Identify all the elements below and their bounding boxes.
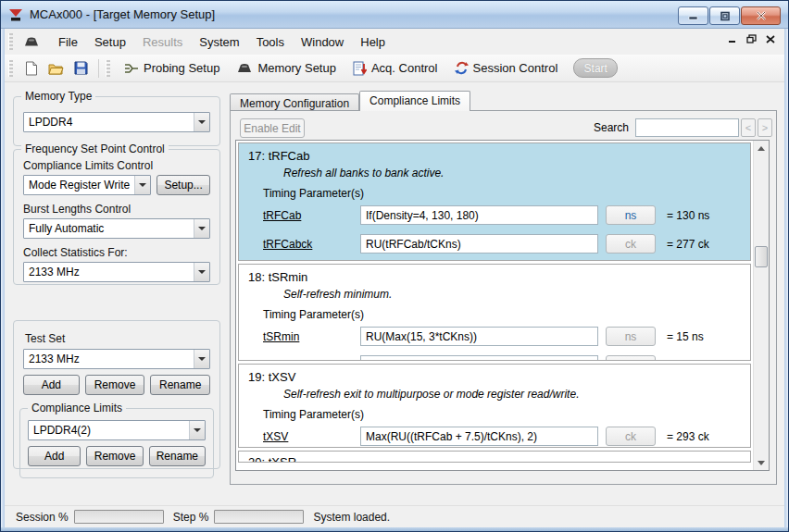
search-next-button[interactable]: >	[758, 118, 772, 137]
formula-input-tRFCabck[interactable]	[360, 234, 598, 254]
chevron-down-icon[interactable]	[194, 113, 209, 131]
maximize-icon	[720, 11, 731, 21]
test-set-rename-button[interactable]: Rename	[150, 375, 210, 395]
chevron-down-icon[interactable]	[194, 219, 209, 238]
formula-input-tSRminck[interactable]	[360, 355, 598, 361]
memory-type-value: LPDDR4	[24, 116, 194, 129]
compliance-limits-control-label: Compliance Limits Control	[23, 159, 219, 172]
menu-item-setup[interactable]: Setup	[86, 31, 134, 53]
unit-button-tRFCabck[interactable]: ck	[606, 234, 656, 254]
tab-compliance-limits[interactable]: Compliance Limits	[359, 91, 470, 111]
formula-input-tSRmin[interactable]	[360, 327, 598, 346]
unit-button-tSRminck[interactable]: ck	[606, 355, 656, 361]
vertical-scrollbar[interactable]	[753, 141, 769, 470]
compliance-limits-control-select[interactable]: Mode Register Write	[23, 175, 151, 195]
unit-button-tXSV[interactable]: ck	[606, 427, 656, 446]
timing-parameter-row: tRFCabckck= 277 ck	[263, 234, 743, 254]
compliance-item-18-tSRmin[interactable]: 18: tSRminSelf-refresh minimum.Timing Pa…	[238, 264, 751, 361]
compliance-item-17-tRFCab[interactable]: 17: tRFCabRefresh all banks to bank acti…	[238, 142, 751, 261]
formula-input-tRFCab[interactable]	[360, 205, 598, 225]
scroll-up-button[interactable]	[754, 141, 769, 155]
param-link-tRFCabck[interactable]: tRFCabck	[263, 238, 360, 251]
collect-statistics-label: Collect Statistics For:	[23, 246, 219, 259]
compliance-item-19-tXSV[interactable]: 19: tXSVSelf-refresh exit to multipurpos…	[238, 364, 751, 448]
memory-type-select[interactable]: LPDDR4	[23, 112, 210, 132]
setup-button[interactable]: Setup...	[157, 175, 210, 195]
compliance-limits-rename-button[interactable]: Rename	[149, 446, 206, 466]
param-result: = 293 ck	[667, 430, 709, 443]
new-file-icon	[25, 61, 38, 76]
probing-setup-button[interactable]: Probing Setup	[118, 57, 226, 79]
burst-lengths-control-label: Burst Lengths Control	[23, 203, 219, 216]
menu-item-file[interactable]: File	[50, 31, 86, 53]
test-set-select[interactable]: 2133 MHz	[23, 349, 210, 369]
menu-item-window[interactable]: Window	[293, 31, 352, 53]
step-progress-label: Step %	[173, 511, 209, 524]
param-link-tSRmin[interactable]: tSRmin	[263, 330, 360, 343]
timing-parameter-row: tXSVck= 293 ck	[263, 427, 743, 446]
item-title: 20: tXSR	[248, 455, 743, 463]
test-set-label: Test Set	[25, 332, 219, 345]
chevron-down-icon[interactable]	[134, 176, 150, 194]
scroll-down-button[interactable]	[754, 455, 769, 470]
compliance-item-20-tXSR[interactable]: 20: tXSR	[238, 451, 751, 463]
close-icon	[756, 11, 767, 20]
param-link-tSRminck[interactable]: tSRminck	[263, 359, 360, 362]
session-control-button[interactable]: Session Control	[448, 57, 565, 79]
menu-item-help[interactable]: Help	[352, 31, 394, 53]
scrollbar-thumb[interactable]	[755, 246, 768, 267]
test-set-remove-button[interactable]: Remove	[85, 375, 145, 395]
param-result: = 32 ck	[667, 359, 703, 362]
title-bar[interactable]: MCAx000 - [Target Memory Setup]	[1, 1, 788, 29]
memory-setup-button[interactable]: Memory Setup	[230, 57, 343, 79]
unit-button-tSRmin[interactable]: ns	[606, 327, 656, 346]
save-button[interactable]	[70, 58, 92, 79]
toolbar-grip[interactable]	[8, 60, 13, 77]
compliance-limits-add-button[interactable]: Add	[28, 446, 81, 466]
acq-control-button[interactable]: Acq. Control	[346, 57, 445, 80]
chevron-down-icon[interactable]	[189, 421, 205, 439]
close-button[interactable]	[741, 6, 781, 25]
minimize-button[interactable]	[678, 6, 708, 25]
session-progress-label: Session %	[16, 511, 69, 524]
app-logo-icon	[8, 7, 23, 22]
step-progress-bar	[214, 510, 304, 524]
frequency-group-title: Frequency Set Point Control	[21, 142, 169, 155]
open-file-button[interactable]	[45, 58, 67, 79]
maximize-button[interactable]	[709, 6, 740, 25]
new-file-button[interactable]	[20, 58, 42, 79]
chevron-down-icon[interactable]	[194, 350, 209, 368]
unit-button-tRFCab[interactable]: ns	[606, 205, 656, 225]
item-description: Self-refresh minimum.	[283, 288, 743, 301]
toolbar-grip-2[interactable]	[106, 60, 110, 77]
enable-edit-button[interactable]: Enable Edit	[240, 118, 305, 138]
test-set-add-button[interactable]: Add	[23, 375, 80, 395]
window-frame-right	[784, 29, 788, 527]
save-floppy-icon	[74, 61, 88, 75]
timing-parameter-row: tRFCabns= 130 ns	[263, 205, 743, 225]
compliance-limits-select[interactable]: LPDDR4(2)	[28, 420, 206, 440]
menubar-grip[interactable]	[8, 33, 13, 50]
toolbar: Probing Setup Memory Setup Acq. Con	[5, 55, 784, 82]
search-prev-button[interactable]: <	[741, 118, 756, 137]
mdi-minimize-icon[interactable]	[728, 35, 737, 43]
item-title: 18: tSRmin	[248, 270, 743, 284]
param-link-tRFCab[interactable]: tRFCab	[263, 209, 360, 222]
memory-type-group: Memory Type LPDDR4	[13, 96, 220, 146]
collect-statistics-select[interactable]: 2133 MHz	[23, 262, 210, 282]
search-input[interactable]	[635, 118, 739, 137]
timing-parameters-label: Timing Parameter(s)	[263, 187, 743, 200]
param-link-tXSV[interactable]: tXSV	[263, 430, 360, 443]
burst-lengths-select[interactable]: Fully Automatic	[23, 218, 210, 239]
collect-statistics-value: 2133 MHz	[24, 266, 194, 278]
menu-item-tools[interactable]: Tools	[248, 31, 293, 53]
formula-input-tXSV[interactable]	[360, 427, 598, 446]
probing-setup-label: Probing Setup	[144, 61, 219, 75]
compliance-limits-remove-button[interactable]: Remove	[86, 446, 143, 466]
mdi-restore-icon[interactable]	[746, 34, 757, 43]
chevron-down-icon[interactable]	[194, 263, 209, 281]
tab-memory-configuration[interactable]: Memory Configuration	[230, 93, 359, 111]
start-button[interactable]: Start	[573, 58, 618, 78]
mdi-close-icon[interactable]	[766, 35, 775, 43]
menu-item-system[interactable]: System	[191, 31, 247, 53]
